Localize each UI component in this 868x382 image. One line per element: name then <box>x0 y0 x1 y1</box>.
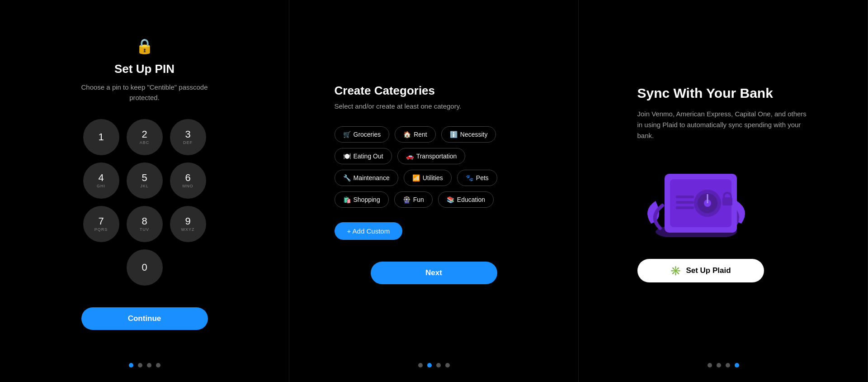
dot-4 <box>445 363 450 368</box>
sync-description: Join Venmo, American Express, Capital On… <box>637 109 809 141</box>
dot-1 <box>129 363 133 368</box>
rent-icon: 🏠 <box>403 131 411 138</box>
eating-out-icon: 🍽️ <box>343 153 351 160</box>
pin-grid: 1 2 ABC 3 DEF 4 GHI 5 JKL 6 MNO 7 PQRS 8 <box>83 119 206 286</box>
pets-icon: 🐾 <box>466 174 473 181</box>
svg-rect-7 <box>676 196 694 198</box>
category-shopping[interactable]: 🛍️ Shopping <box>335 191 389 208</box>
setup-plaid-label: Set Up Plaid <box>686 266 731 275</box>
pin-panel-subtitle: Choose a pin to keep "Centible" passcode… <box>81 82 208 103</box>
fun-icon: 🎡 <box>403 196 410 203</box>
dot-1 <box>418 363 423 368</box>
sync-title: Sync With Your Bank <box>637 85 773 101</box>
utilities-icon: 📶 <box>412 174 420 181</box>
category-groceries[interactable]: 🛒 Groceries <box>335 126 390 143</box>
dot-3 <box>726 363 730 368</box>
education-icon: 📚 <box>447 196 454 203</box>
dot-4 <box>735 363 739 368</box>
shopping-icon: 🛍️ <box>343 196 351 203</box>
dot-2 <box>427 363 432 368</box>
svg-rect-9 <box>676 206 694 209</box>
pin-key-9[interactable]: 9 WXYZ <box>170 206 206 242</box>
categories-dots <box>418 363 450 368</box>
dot-2 <box>138 363 142 368</box>
categories-panel: Create Categories Select and/or create a… <box>289 0 579 382</box>
pin-panel-title: Set Up PIN <box>114 62 175 76</box>
category-education[interactable]: 📚 Education <box>438 191 494 208</box>
pin-key-8[interactable]: 8 TUV <box>127 206 163 242</box>
pin-key-2[interactable]: 2 ABC <box>127 119 163 155</box>
category-maintenance[interactable]: 🔧 Maintenance <box>335 170 398 186</box>
necessity-icon: ℹ️ <box>450 131 458 138</box>
sync-dots <box>708 363 739 368</box>
add-custom-button[interactable]: + Add Custom <box>335 222 403 240</box>
svg-rect-10 <box>722 197 732 205</box>
sync-panel: Sync With Your Bank Join Venmo, American… <box>579 0 868 382</box>
dot-2 <box>717 363 721 368</box>
transportation-icon: 🚗 <box>406 153 414 160</box>
pin-dots <box>129 363 160 368</box>
categories-title: Create Categories <box>335 84 435 98</box>
lock-icon: 🔒 <box>136 38 154 55</box>
category-necessity[interactable]: ℹ️ Necessity <box>441 126 496 143</box>
next-button[interactable]: Next <box>371 262 497 284</box>
maintenance-icon: 🔧 <box>343 174 351 181</box>
safe-illustration <box>637 156 755 237</box>
continue-button[interactable]: Continue <box>81 307 208 330</box>
pin-key-3[interactable]: 3 DEF <box>170 119 206 155</box>
dot-3 <box>147 363 151 368</box>
categories-grid: 🛒 Groceries 🏠 Rent ℹ️ Necessity 🍽️ Eatin… <box>335 126 524 208</box>
pin-key-1[interactable]: 1 <box>83 119 119 155</box>
dot-4 <box>156 363 160 368</box>
pin-key-7[interactable]: 7 PQRS <box>83 206 119 242</box>
setup-plaid-button[interactable]: ✳️ Set Up Plaid <box>637 259 764 282</box>
category-pets[interactable]: 🐾 Pets <box>457 170 497 186</box>
plaid-icon: ✳️ <box>670 265 681 276</box>
pin-key-6[interactable]: 6 MNO <box>170 162 206 199</box>
category-eating-out[interactable]: 🍽️ Eating Out <box>335 148 392 164</box>
category-transportation[interactable]: 🚗 Transportation <box>397 148 466 164</box>
pin-key-4[interactable]: 4 GHI <box>83 162 119 199</box>
category-rent[interactable]: 🏠 Rent <box>395 126 436 143</box>
category-fun[interactable]: 🎡 Fun <box>394 191 433 208</box>
pin-panel: 🔒 Set Up PIN Choose a pin to keep "Centi… <box>0 0 289 382</box>
groceries-icon: 🛒 <box>343 131 351 138</box>
dot-3 <box>436 363 441 368</box>
category-utilities[interactable]: 📶 Utilities <box>404 170 452 186</box>
pin-key-5[interactable]: 5 JKL <box>127 162 163 199</box>
pin-key-0[interactable]: 0 <box>127 249 163 286</box>
categories-subtitle: Select and/or create at least one catego… <box>335 102 462 110</box>
svg-rect-8 <box>676 201 694 204</box>
dot-1 <box>708 363 712 368</box>
